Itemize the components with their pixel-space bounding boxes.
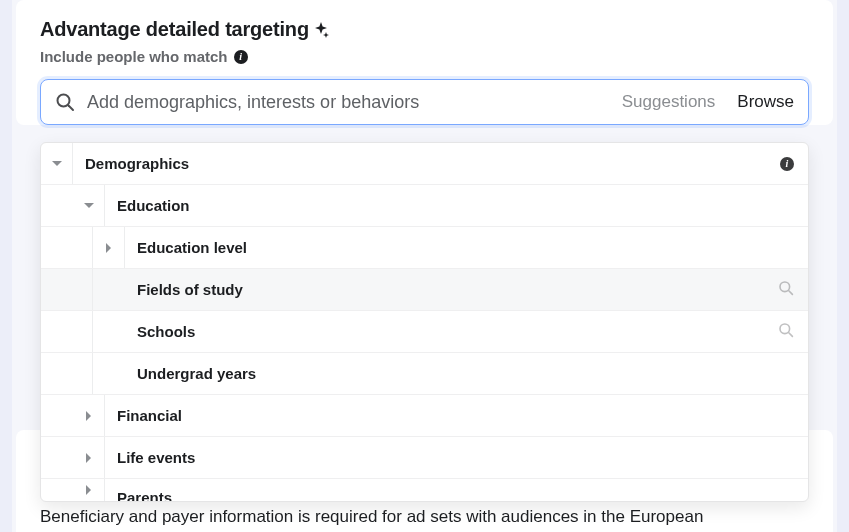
chevron-right-icon[interactable]: [73, 437, 105, 478]
tree-row-demographics[interactable]: Demographics i: [41, 143, 808, 185]
tree-row-fields-of-study[interactable]: Fields of study: [41, 269, 808, 311]
search-icon[interactable]: [778, 280, 794, 300]
sparkle-icon: [313, 22, 329, 38]
suggestions-link[interactable]: Suggestions: [622, 92, 716, 112]
search-field-wrapper[interactable]: Suggestions Browse: [40, 79, 809, 125]
tree-row-education-level[interactable]: Education level: [41, 227, 808, 269]
search-input[interactable]: [87, 92, 610, 113]
chevron-right-icon[interactable]: [73, 395, 105, 436]
chevron-down-icon[interactable]: [41, 143, 73, 184]
search-icon[interactable]: [778, 322, 794, 342]
section-subtitle: Include people who match: [40, 48, 228, 65]
svg-line-1: [69, 106, 74, 111]
svg-point-2: [780, 282, 790, 292]
info-icon[interactable]: i: [234, 50, 248, 64]
tree-label: Schools: [125, 323, 778, 340]
tree-label: Parents: [105, 479, 794, 501]
tree-row-undergrad-years[interactable]: Undergrad years: [41, 353, 808, 395]
tree-label: Education level: [125, 239, 794, 256]
chevron-right-icon[interactable]: [93, 227, 125, 268]
svg-line-5: [789, 332, 793, 336]
tree-row-schools[interactable]: Schools: [41, 311, 808, 353]
tree-label: Undergrad years: [125, 365, 794, 382]
main-card: Advantage detailed targeting Include peo…: [16, 0, 833, 125]
tree-label: Fields of study: [125, 281, 778, 298]
search-icon: [55, 92, 75, 112]
tree-label: Demographics: [73, 155, 780, 172]
tree-row-education[interactable]: Education: [41, 185, 808, 227]
outer-rail-right: [837, 0, 849, 532]
chevron-right-icon[interactable]: [73, 479, 105, 501]
tree-row-parents[interactable]: Parents: [41, 479, 808, 501]
footer-notice: Beneficiary and payer information is req…: [40, 505, 809, 530]
svg-point-4: [780, 324, 790, 334]
tree-label: Life events: [105, 449, 794, 466]
tree-label: Education: [105, 197, 794, 214]
svg-line-3: [789, 290, 793, 294]
browse-dropdown: Demographics i Education Education level…: [40, 142, 809, 502]
tree-row-life-events[interactable]: Life events: [41, 437, 808, 479]
tree-row-financial[interactable]: Financial: [41, 395, 808, 437]
info-icon[interactable]: i: [780, 157, 794, 171]
svg-point-0: [58, 95, 70, 107]
outer-rail-left: [0, 0, 12, 532]
tree-label: Financial: [105, 407, 794, 424]
chevron-down-icon[interactable]: [73, 185, 105, 226]
browse-link[interactable]: Browse: [737, 92, 794, 112]
section-title: Advantage detailed targeting: [40, 18, 309, 41]
